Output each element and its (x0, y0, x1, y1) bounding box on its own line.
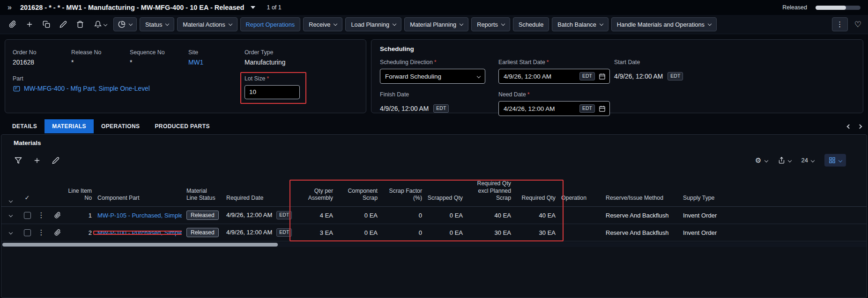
field-label: Finish Date (380, 91, 498, 98)
toolbar-button-material-planning[interactable]: Material Planning (404, 17, 468, 31)
collapse-all-icon[interactable] (1, 199, 20, 202)
delete-button[interactable] (73, 17, 87, 31)
col-required-date[interactable]: Required Date (222, 195, 293, 202)
tab-materials[interactable]: MATERIALS (45, 119, 94, 133)
col-qty-per-assembly[interactable]: Qty per Assembly (293, 188, 334, 202)
title-dropdown-caret-icon[interactable] (251, 6, 255, 9)
col-component-scrap[interactable]: Component Scrap (334, 188, 378, 202)
date-value: 4/9/26, 12:00 AM (380, 105, 429, 112)
status-slider-label: Released (782, 4, 807, 11)
field-start-date: Start Date 4/9/26, 12:00 AM EDT (614, 59, 854, 84)
col-component-part[interactable]: Component Part (93, 195, 182, 202)
cell-line-no: 2 (67, 229, 93, 236)
toolbar-button-receive[interactable]: Receive (303, 17, 342, 31)
scrollbar-thumb[interactable] (2, 243, 278, 247)
toolbar-button-batch-balance[interactable]: Batch Balance (552, 17, 608, 31)
col-required-qty-excl[interactable]: Required Qty excl Planned Scrap (464, 180, 512, 202)
calendar-icon[interactable] (599, 105, 606, 112)
copy-icon (43, 21, 50, 28)
table-view-icon (829, 157, 836, 164)
horizontal-scrollbar[interactable] (1, 242, 867, 247)
row-attachment-icon[interactable] (48, 212, 67, 218)
lot-size-input[interactable]: 10 (245, 85, 300, 99)
component-part-link[interactable]: MW-P-105 - Purchased, Simple... (97, 212, 182, 219)
toolbar-button-schedule[interactable]: Schedule (513, 17, 549, 31)
edit-material-button[interactable] (50, 155, 61, 166)
add-material-button[interactable] (31, 155, 43, 166)
gantt-chart-button[interactable] (113, 17, 137, 31)
row-kebab-icon[interactable]: ⋮ (34, 211, 48, 219)
scheduling-direction-select[interactable]: Forward Scheduling (380, 69, 485, 84)
row-expander-icon[interactable] (1, 214, 20, 217)
date-value: 4/9/26, 12:00 AM (614, 73, 663, 80)
col-material-line-status[interactable]: Material Line Status (182, 188, 222, 202)
chevron-down-icon (228, 22, 232, 26)
view-mode-button[interactable] (824, 154, 846, 167)
row-expander-icon[interactable] (1, 231, 20, 234)
page-size-select[interactable]: 24 (801, 157, 814, 164)
col-reserve-issue-method[interactable]: Reserve/Issue Method (601, 195, 678, 202)
tab-scroll-left-icon[interactable] (847, 124, 852, 129)
row-kebab-icon[interactable]: ⋮ (34, 228, 48, 237)
field-label: Earliest Start Date (498, 59, 545, 65)
toolbar-button-reports[interactable]: Reports (471, 17, 510, 31)
toolbar-button-material-actions[interactable]: Material Actions (177, 17, 237, 31)
notifications-button[interactable] (90, 17, 111, 31)
row-attachment-icon[interactable] (48, 229, 67, 236)
status-slider[interactable] (816, 6, 861, 10)
filter-button[interactable] (13, 155, 24, 166)
select-all-check-icon[interactable]: ✓ (20, 194, 34, 202)
timezone-badge: EDT (276, 211, 292, 219)
chevron-down-icon (334, 22, 337, 26)
tab-details[interactable]: DETAILS (5, 119, 45, 133)
button-label: Handle Materials and Operations (617, 21, 705, 28)
col-scrapped-qty[interactable]: Scrapped Qty (423, 195, 464, 202)
field-release-no: Release No * (71, 49, 130, 66)
cell-reserve-issue: Reserve And Backflush (601, 212, 678, 219)
need-date-input[interactable]: 4/24/26, 12:00 AM EDT (498, 101, 610, 116)
tab-operations[interactable]: OPERATIONS (94, 119, 147, 133)
status-badge: Released (186, 228, 219, 237)
date-value: 4/9/26, 12:00 AM (226, 211, 272, 218)
button-label: Schedule (519, 21, 543, 28)
part-link[interactable]: MW-MFG-400 - Mfg Part, Simple One-Level (24, 85, 150, 92)
toolbar-button-load-planning[interactable]: Load Planning (345, 17, 401, 31)
col-line-item-no[interactable]: Line Item No (67, 188, 93, 202)
cell-supply-type: Invent Order (678, 229, 867, 236)
earliest-start-date-input[interactable]: 4/9/26, 12:00 AM EDT (498, 69, 610, 84)
duplicate-button[interactable] (39, 17, 53, 31)
attachment-button[interactable] (6, 17, 20, 31)
row-checkbox[interactable] (24, 229, 31, 236)
toolbar-button-status[interactable]: Status (140, 17, 174, 31)
required-asterisk: * (547, 59, 549, 65)
tab-scroll-right-icon[interactable] (858, 124, 862, 129)
site-link[interactable]: MW1 (188, 59, 245, 66)
cell-required-qty-excl: 40 EA (464, 212, 512, 219)
required-asterisk: * (434, 59, 437, 65)
col-supply-type[interactable]: Supply Type (678, 195, 867, 202)
timezone-badge: EDT (668, 72, 683, 80)
chevron-down-icon (811, 158, 815, 162)
field-site: Site MW1 (188, 49, 245, 66)
edit-button[interactable] (56, 17, 70, 31)
calendar-icon[interactable] (599, 73, 606, 80)
toolbar-button-report-operations[interactable]: Report Operations (240, 17, 301, 31)
col-operation[interactable]: Operation (556, 195, 601, 202)
field-sequence-no: Sequence No * (130, 49, 188, 66)
favorite-icon[interactable]: ♡ (854, 20, 861, 29)
toolbar-button-handle-materials-and-operations[interactable]: Handle Materials and Operations (611, 17, 717, 31)
component-part-link[interactable]: MW-P-100 - Purchased, Simple 1 (97, 229, 182, 236)
table-settings-button[interactable]: ⚙ (755, 156, 767, 165)
chevron-down-icon (460, 22, 463, 26)
tab-produced-parts[interactable]: PRODUCED PARTS (147, 119, 217, 133)
col-required-qty[interactable]: Required Qty (512, 195, 556, 202)
expand-navigation-icon[interactable]: » (7, 3, 12, 12)
status-slider-fill (816, 6, 846, 10)
more-options-button[interactable]: ⋮ (832, 17, 848, 31)
export-button[interactable] (778, 157, 791, 164)
add-button[interactable] (22, 17, 37, 31)
table-header-row: ✓ Line Item No Component Part Material L… (1, 180, 867, 207)
row-checkbox[interactable] (24, 212, 31, 219)
field-order-no: Order No 201628 (13, 49, 71, 66)
col-scrap-factor[interactable]: Scrap Factor (%) (378, 188, 423, 202)
